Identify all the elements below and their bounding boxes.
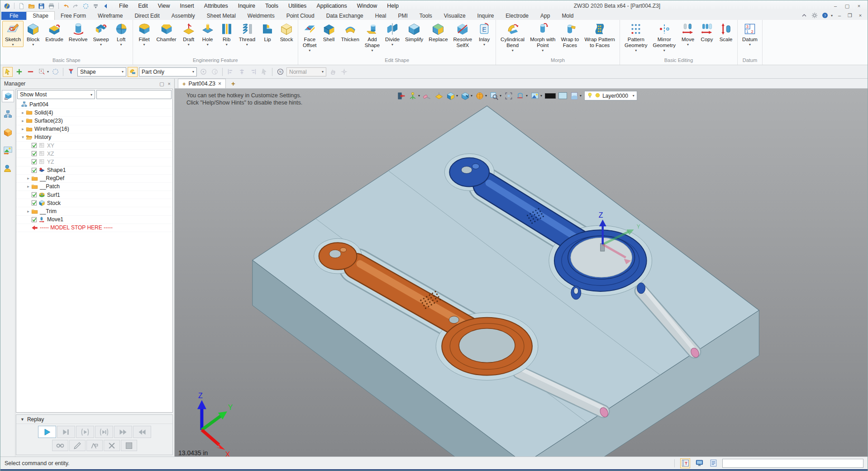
entity-filter-combo[interactable]: Shape▾ <box>77 67 126 76</box>
ribbon-tab-assembly[interactable]: Assembly <box>166 12 201 20</box>
chevron-right-icon[interactable]: ▸ <box>25 209 31 214</box>
chevron-down-icon[interactable]: ▾ <box>32 43 34 47</box>
tree-item-part004[interactable]: Part004 <box>16 100 172 109</box>
chevron-right-icon[interactable]: ▸ <box>25 176 31 181</box>
menu-tools[interactable]: Tools <box>260 2 283 10</box>
chevron-down-icon[interactable]: ▾ <box>456 94 458 98</box>
hole-button[interactable]: Hole▾ <box>198 21 217 47</box>
revolve-button[interactable]: Revolve <box>66 21 91 43</box>
pick-scope-combo[interactable]: Part Only▾ <box>139 67 197 76</box>
ribbon-tab-data-exchange[interactable]: Data Exchange <box>320 12 369 20</box>
ribbon-tab-free-form[interactable]: Free Form <box>55 12 92 20</box>
zoom-window-icon[interactable] <box>490 91 499 100</box>
add-shape-button[interactable]: Add Shape▾ <box>362 21 382 53</box>
snap-mode-combo[interactable]: Normal▾ <box>286 67 326 76</box>
command-input[interactable] <box>722 459 863 468</box>
csys-display-icon[interactable] <box>408 91 417 100</box>
tree-item-stock[interactable]: Stock <box>16 199 172 207</box>
wrap-pattern-to-faces-button[interactable]: Wrap Pattern to Faces <box>582 21 618 49</box>
menu-window[interactable]: Window <box>352 2 382 10</box>
tree-item-surface-23[interactable]: ▸Surface(23) <box>16 117 172 125</box>
save-icon[interactable] <box>38 2 45 10</box>
tree-search-input[interactable] <box>96 90 172 99</box>
ribbon-tab-app[interactable]: App <box>534 12 556 20</box>
monitor-icon[interactable] <box>694 458 704 468</box>
menu-attributes[interactable]: Attributes <box>199 2 233 10</box>
shade-mode-icon[interactable] <box>446 91 455 100</box>
thicken-button[interactable]: Thicken <box>339 21 362 43</box>
chevron-down-icon[interactable]: ▾ <box>207 43 209 47</box>
chevron-down-icon[interactable]: ▾ <box>143 43 145 47</box>
visibility-checkbox[interactable] <box>31 217 37 223</box>
loft-button[interactable]: Loft▾ <box>112 21 131 47</box>
remove-entity-icon[interactable] <box>25 67 35 77</box>
pick-lasso-icon[interactable] <box>50 67 60 77</box>
visibility-checkbox[interactable] <box>31 159 37 165</box>
app-logo-icon[interactable] <box>3 2 11 10</box>
ribbon-tab-electrode[interactable]: Electrode <box>500 12 534 20</box>
tree-item-xy[interactable]: XY <box>16 142 172 150</box>
chevron-down-icon[interactable]: ▾ <box>687 43 689 47</box>
radar-icon[interactable] <box>210 67 219 77</box>
cursor-gray-icon[interactable] <box>259 67 269 77</box>
morph-with-point-button[interactable]: Morph with Point▾ <box>527 21 558 53</box>
doc-restore-icon[interactable]: ❐ <box>846 13 854 19</box>
replay-edit-button[interactable] <box>69 440 86 451</box>
edge-color-swatch[interactable] <box>545 93 556 99</box>
ribbon-tab-shape[interactable]: Shape <box>26 11 55 20</box>
chevron-down-icon[interactable]: ▾ <box>418 94 420 98</box>
chevron-down-icon[interactable]: ▾ <box>100 43 102 47</box>
collapse-ribbon-icon[interactable] <box>801 12 808 19</box>
datum-button[interactable]: 312Datum▾ <box>739 21 760 47</box>
face-display-icon[interactable] <box>434 91 444 100</box>
simplify-button[interactable]: Simplify <box>402 21 426 43</box>
chevron-down-icon[interactable]: ▾ <box>309 49 310 52</box>
menu-view[interactable]: View <box>153 2 175 10</box>
pick-box-icon[interactable] <box>37 67 47 77</box>
shell-button[interactable]: Shell <box>320 21 339 43</box>
menu-insert[interactable]: Insert <box>175 2 199 10</box>
tree-item-shape1[interactable]: Shape1 <box>16 167 172 175</box>
tree-item-move1[interactable]: Move1 <box>16 216 172 224</box>
face-offset-button[interactable]: Face Offset▾ <box>300 21 319 53</box>
manager-user-icon[interactable] <box>2 162 14 175</box>
undo-icon[interactable] <box>62 2 70 10</box>
menu-file[interactable]: File <box>114 2 133 10</box>
tree-item-patch[interactable]: ▸__Patch <box>16 183 172 191</box>
replay-dimension-button[interactable] <box>86 440 103 451</box>
thread-button[interactable]: Thread▾ <box>236 21 258 47</box>
stock-button[interactable]: Stock <box>277 21 296 43</box>
chevron-down-icon[interactable]: ▾ <box>371 49 373 52</box>
wireframe-sphere-icon[interactable] <box>475 91 484 100</box>
ribbon-tab-point-cloud[interactable]: Point Cloud <box>281 12 320 20</box>
ribbon-tab-visualize[interactable]: Visualize <box>438 12 472 20</box>
visibility-checkbox[interactable] <box>31 143 37 148</box>
chevron-down-icon[interactable]: ▾ <box>246 43 248 47</box>
scale-button[interactable]: Scale <box>716 21 735 43</box>
manager-visual-icon[interactable] <box>2 126 14 138</box>
chevron-down-icon[interactable]: ▾ <box>512 49 514 52</box>
ribbon-tab-direct-edit[interactable]: Direct Edit <box>129 12 165 20</box>
tree-item-model-stop-here[interactable]: ----- MODEL STOP HERE ----- <box>16 224 172 232</box>
target-icon[interactable] <box>198 67 208 77</box>
copy-button[interactable]: Copy <box>697 21 716 43</box>
tab-close-icon[interactable]: × <box>218 81 221 87</box>
chevron-down-icon[interactable]: ▾ <box>485 94 487 98</box>
chevron-down-icon[interactable]: ▾ <box>526 94 528 98</box>
chevron-down-icon[interactable]: ▾ <box>542 49 544 52</box>
chevron-down-icon[interactable]: ▾ <box>483 43 485 47</box>
chevron-down-icon[interactable]: ▾ <box>20 135 26 139</box>
menu-utilities[interactable]: Utilities <box>283 2 311 10</box>
draft-button[interactable]: Draft▾ <box>179 21 198 47</box>
replay-link-button[interactable] <box>52 440 68 451</box>
align-left-icon[interactable] <box>225 67 235 77</box>
chevron-down-icon[interactable]: ▾ <box>12 43 14 47</box>
chevron-down-icon[interactable]: ▾ <box>47 70 49 74</box>
chevron-right-icon[interactable]: ▸ <box>20 119 26 123</box>
extrude-button[interactable]: Extrude <box>43 21 66 43</box>
menu-help[interactable]: Help <box>382 2 404 10</box>
replay-rewind-button[interactable] <box>133 426 151 438</box>
chevron-down-icon[interactable]: ▾ <box>500 94 501 98</box>
chevron-right-icon[interactable]: ▸ <box>20 110 26 115</box>
print-icon[interactable] <box>48 2 55 10</box>
